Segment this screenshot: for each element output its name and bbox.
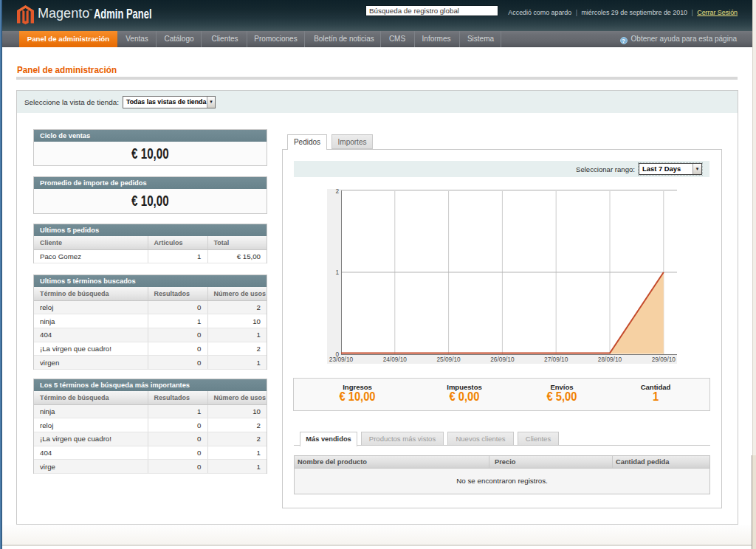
- svg-text:2: 2: [335, 187, 339, 195]
- svg-text:23/09/10: 23/09/10: [329, 356, 354, 363]
- svg-text:28/09/10: 28/09/10: [598, 356, 622, 363]
- svg-text:25/09/10: 25/09/10: [436, 356, 461, 363]
- svg-text:29/09/10: 29/09/10: [652, 356, 676, 363]
- svg-text:24/09/10: 24/09/10: [383, 356, 408, 363]
- svg-text:26/09/10: 26/09/10: [490, 356, 515, 363]
- svg-text:27/09/10: 27/09/10: [544, 356, 568, 363]
- svg-text:1: 1: [335, 269, 339, 276]
